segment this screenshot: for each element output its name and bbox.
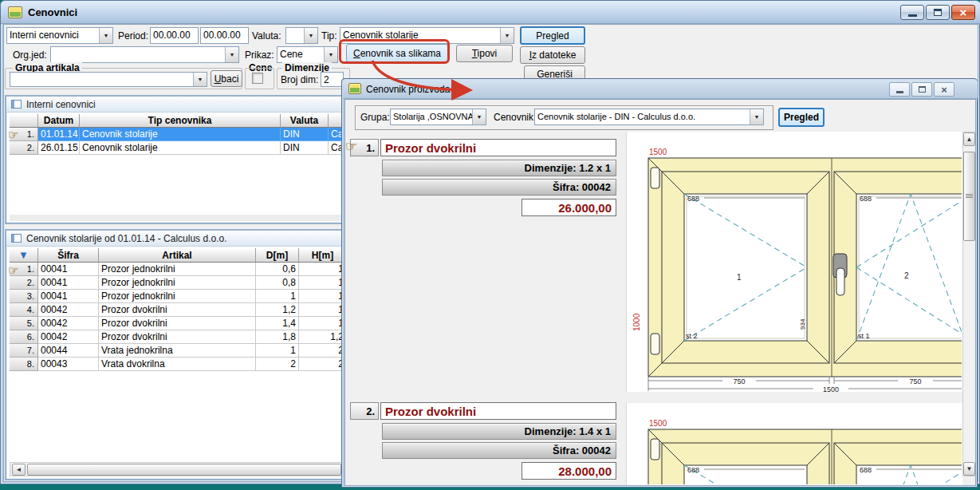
table-cell-artikal[interactable]: Prozor jednokrilni [99,263,256,276]
item-dimensions-bar: Dimenzije: 1.2 x 1 [382,160,616,176]
vertical-scrollbar[interactable]: ▲ ▼ [962,132,976,476]
grupa-combo[interactable]: Stolarija ,OSNOVNA ▼ [390,109,486,125]
col-header-h[interactable]: H[m] [299,248,344,263]
table-cell-d[interactable]: 1,2 [256,303,299,317]
chevron-down-icon[interactable]: ▼ [472,109,486,124]
row-header[interactable]: 3. [10,290,38,303]
table-cell-d[interactable]: 2 [256,358,299,371]
table-cell-h[interactable]: 1 [299,276,344,290]
cenovnik-window-title: Cenovnik stolarije od 01.01.14 - Calculu… [26,233,226,244]
table-cell-sifra[interactable]: 00044 [38,344,99,358]
row-header[interactable]: 2. [10,276,38,290]
table-cell-artikal[interactable]: Prozor dvokrilni [99,303,256,317]
horizontal-scrollbar[interactable]: ◄ [10,462,343,476]
interni-window-titlebar: Interni cenovnici [6,97,343,113]
table-cell-sifra[interactable]: 00041 [38,263,99,276]
valuta-combo[interactable]: ▼ [285,27,318,44]
col-header-sifra[interactable]: Šifra [38,248,99,263]
table-cell-datum[interactable]: 01.01.14 [38,128,80,141]
prikaz-combo[interactable]: Cene ▼ [277,46,338,63]
table-cell-tip[interactable]: Cenovnik stolarije [80,128,281,141]
table-cell-h[interactable]: 2 [299,344,344,358]
table-cell-h[interactable]: 1 [299,303,344,317]
close-button[interactable]: × [934,82,954,97]
row-header[interactable]: 8. [10,358,38,371]
table-cell-d[interactable]: 1 [256,290,299,303]
cenovnik-combo[interactable]: Cenovnik stolarije - DIN - Calculus d.o.… [534,109,764,125]
col-header-datum[interactable]: Datum [38,114,80,128]
table-cell-artikal[interactable]: Vrata jednokrilna [99,344,256,358]
table-cell-d[interactable]: 1,8 [256,330,299,344]
orgjed-value [51,47,225,62]
table-cell-valuta[interactable]: DIN [281,141,329,155]
minimize-icon [896,91,903,93]
row-header[interactable]: 6. [10,330,38,344]
ubaci-button[interactable]: Ubaci [211,70,242,87]
chevron-down-icon[interactable]: ▼ [750,109,763,124]
table-cell-artikal[interactable]: Prozor dvokrilni [99,330,256,344]
table-cell-artikal[interactable]: Prozor dvokrilni [99,317,256,330]
interni-scrollbar-strip[interactable] [10,215,343,221]
maximize-button[interactable] [926,5,950,20]
table-cell-sifra[interactable]: 00042 [38,303,99,317]
chevron-down-icon[interactable]: ▼ [324,47,337,62]
table-cell-datum[interactable]: 26.01.15 [38,141,80,155]
table-cell-sifra[interactable]: 00041 [38,290,99,303]
minimize-button[interactable] [900,5,924,20]
table-cell-d[interactable]: 1,4 [256,317,299,330]
row-header[interactable]: 4. [10,303,38,317]
filter-button[interactable]: ▼ [10,248,38,263]
minimize-button[interactable] [889,82,910,97]
table-cell-sifra[interactable]: 00042 [38,317,99,330]
table-cell-h[interactable]: 1 [299,317,344,330]
row-header[interactable]: 2. [10,141,38,155]
chevron-down-icon[interactable]: ▼ [193,73,207,86]
chevron-down-icon[interactable]: ▼ [500,28,514,43]
row-header[interactable]: 7. [10,344,38,358]
pregled-button[interactable]: Pregled [520,26,585,45]
product-pregled-button[interactable]: Pregled [778,108,825,127]
table-cell-sifra[interactable]: 00042 [38,330,99,344]
table-cell-h[interactable]: 1 [299,290,344,303]
table-cell-artikal[interactable]: Vrata dvokrilna [99,358,256,371]
iz-datoteke-button[interactable]: Iz datoteke [520,46,585,64]
broj-dim-input[interactable]: 2 [321,72,344,87]
table-cell-d[interactable]: 0,8 [256,276,299,290]
table-cell-artikal[interactable]: Prozor jednokrilni [99,290,256,303]
col-header-valuta[interactable]: Valuta [281,114,329,128]
svg-text:1500: 1500 [649,148,667,156]
table-cell-valuta[interactable]: DIN [281,128,329,141]
grupa-artikala-combo[interactable]: ▼ [10,72,207,87]
chevron-down-icon[interactable]: ▼ [99,28,112,43]
table-cell-h[interactable]: 2 [299,358,344,371]
orgjed-combo[interactable]: ▼ [50,46,239,63]
table-cell-h[interactable]: 1 [299,263,344,276]
table-cell-d[interactable]: 1 [256,344,299,358]
scroll-left-button[interactable]: ◄ [12,464,26,476]
item-code-bar: Šifra: 00042 [382,179,616,196]
table-cell-h[interactable]: 1,2 [299,330,344,344]
item-number-button[interactable]: 2. [350,402,379,420]
col-header-d[interactable]: D[m] [256,248,299,263]
close-button[interactable]: × [951,5,975,20]
table-cell-sifra[interactable]: 00041 [38,276,99,290]
maximize-button[interactable] [911,82,932,97]
col-header-artikal[interactable]: Artikal [99,248,256,263]
table-cell-tip[interactable]: Cenovnik stolarije [80,141,281,155]
period-to-input[interactable]: 00.00.00 [200,27,249,44]
item-dimensions-bar: Dimenzije: 1.4 x 1 [382,423,616,440]
scroll-down-button[interactable]: ▼ [963,462,975,476]
scrollbar-thumb[interactable] [963,152,975,241]
table-cell-artikal[interactable]: Prozor jednokrilni [99,276,256,290]
chevron-down-icon[interactable]: ▼ [225,47,238,62]
period-from-input[interactable]: 00.00.00 [150,27,199,44]
chevron-down-icon[interactable]: ▼ [304,28,317,43]
table-cell-sifra[interactable]: 00043 [38,358,99,371]
scrollbar-thumb[interactable] [27,464,341,476]
table-cell-d[interactable]: 0,6 [256,263,299,276]
row-header[interactable]: 5. [10,317,38,330]
col-header-tip[interactable]: Tip cenovnika [80,114,281,128]
cene-checkbox[interactable] [252,73,263,84]
scroll-up-button[interactable]: ▲ [963,132,975,146]
list-type-combo[interactable]: Interni cenovnici ▼ [6,27,113,44]
